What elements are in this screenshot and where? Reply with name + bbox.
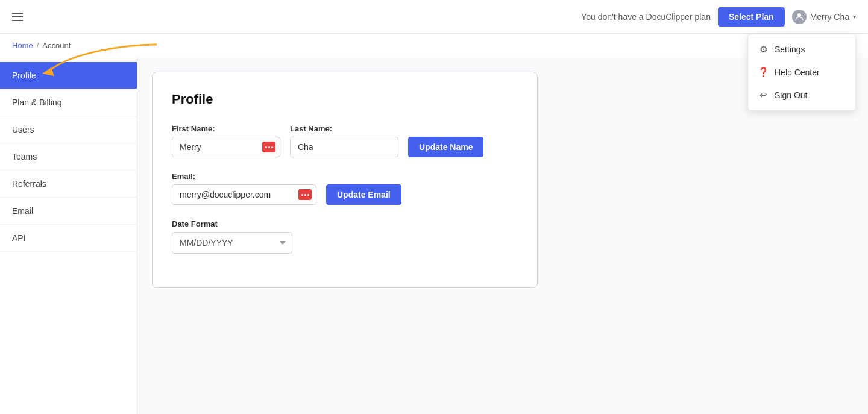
sidebar-item-api[interactable]: API: [0, 225, 137, 252]
email-row: Email: Update Email: [172, 172, 518, 205]
svg-point-0: [797, 13, 801, 17]
sidebar-item-email[interactable]: Email: [0, 198, 137, 225]
chevron-down-icon: ▾: [853, 13, 856, 20]
sidebar-item-users[interactable]: Users: [0, 116, 137, 143]
main-layout: Profile Plan & Billing Users Teams Refer…: [0, 57, 868, 414]
email-input[interactable]: [172, 184, 316, 205]
date-format-select[interactable]: MM/DD/YYYY DD/MM/YYYY YYYY/MM/DD: [172, 232, 292, 254]
dropdown-item-settings[interactable]: ⚙ Settings: [748, 38, 855, 61]
last-name-group: Last Name:: [290, 124, 398, 157]
breadcrumb-separator: /: [37, 41, 39, 50]
first-name-input-wrap: [172, 137, 280, 157]
last-name-input[interactable]: [290, 137, 398, 157]
sidebar-item-referrals[interactable]: Referrals: [0, 171, 137, 198]
sidebar-item-profile[interactable]: Profile: [0, 62, 137, 89]
last-name-label: Last Name:: [290, 124, 398, 133]
hamburger-icon[interactable]: [12, 13, 23, 21]
user-name-label: Merry Cha: [810, 12, 849, 22]
signout-label: Sign Out: [775, 90, 807, 100]
user-avatar-icon: [792, 10, 807, 24]
user-dropdown-menu: ⚙ Settings ❓ Help Center ↩ Sign Out: [747, 34, 856, 111]
email-label: Email:: [172, 172, 518, 181]
first-name-label: First Name:: [172, 124, 280, 133]
help-label: Help Center: [775, 67, 820, 77]
dropdown-item-signout[interactable]: ↩ Sign Out: [748, 84, 855, 107]
dropdown-item-help[interactable]: ❓ Help Center: [748, 61, 855, 84]
date-format-label: Date Format: [172, 219, 518, 228]
breadcrumb-current: Account: [42, 41, 71, 50]
help-icon: ❓: [758, 67, 769, 78]
first-name-group: First Name:: [172, 124, 280, 157]
breadcrumb-home[interactable]: Home: [12, 41, 33, 50]
breadcrumb: Home / Account: [0, 34, 868, 57]
select-plan-button[interactable]: Select Plan: [718, 7, 785, 27]
update-email-button[interactable]: Update Email: [326, 184, 401, 205]
header-left: [12, 13, 23, 21]
settings-label: Settings: [775, 45, 805, 54]
profile-title: Profile: [172, 92, 518, 107]
sidebar-item-plan-billing[interactable]: Plan & Billing: [0, 89, 137, 116]
name-row: First Name: Last Name: Update Name: [172, 124, 518, 157]
signout-icon: ↩: [758, 90, 769, 101]
header: You don't have a DocuClipper plan Select…: [0, 0, 868, 34]
update-name-button[interactable]: Update Name: [408, 137, 483, 157]
profile-card: Profile First Name: Last Name: Upd: [152, 72, 538, 288]
email-icon-btn[interactable]: [298, 189, 312, 200]
sidebar: Profile Plan & Billing Users Teams Refer…: [0, 57, 137, 414]
date-format-row: Date Format MM/DD/YYYY DD/MM/YYYY YYYY/M…: [172, 219, 518, 254]
sidebar-item-teams[interactable]: Teams: [0, 143, 137, 171]
email-input-wrap: [172, 184, 316, 205]
header-right: You don't have a DocuClipper plan Select…: [581, 7, 856, 27]
no-plan-text: You don't have a DocuClipper plan: [581, 12, 711, 22]
user-menu-trigger[interactable]: Merry Cha ▾: [792, 10, 856, 24]
first-name-icon-btn[interactable]: [262, 142, 275, 152]
gear-icon: ⚙: [758, 44, 769, 55]
